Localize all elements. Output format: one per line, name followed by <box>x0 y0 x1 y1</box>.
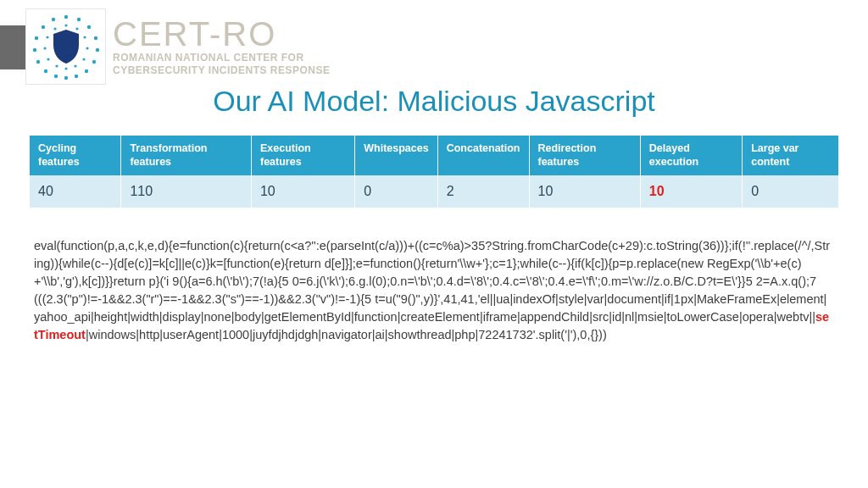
svg-point-2 <box>86 25 90 29</box>
svg-point-9 <box>53 75 57 78</box>
svg-point-13 <box>34 36 37 40</box>
svg-point-3 <box>93 36 97 40</box>
td-delayed: 10 <box>640 175 742 208</box>
svg-point-22 <box>64 67 67 69</box>
svg-point-6 <box>84 69 87 73</box>
svg-point-10 <box>43 69 47 73</box>
shield-icon <box>50 28 82 65</box>
th-large-var: Large var content <box>743 136 839 175</box>
svg-point-7 <box>74 75 77 78</box>
svg-point-15 <box>51 18 54 21</box>
svg-point-16 <box>64 24 67 26</box>
logo-text: CERT-RO ROMANIAN NATIONAL CENTER FOR CYB… <box>113 16 331 77</box>
svg-point-11 <box>36 60 39 64</box>
logo-sub-line1: ROMANIAN NATIONAL CENTER FOR <box>113 52 331 64</box>
side-accent-bar <box>0 25 25 69</box>
svg-point-8 <box>64 76 67 80</box>
th-redirection: Redirection features <box>529 136 640 175</box>
page-title: Our AI Model: Malicious Javascript <box>0 85 868 118</box>
code-post: |windows|http|userAgent|1000|juyfdjhdjdg… <box>86 328 607 341</box>
th-delayed: Delayed execution <box>640 136 742 175</box>
svg-point-19 <box>86 47 88 49</box>
td-transformation: 110 <box>121 175 252 208</box>
svg-point-25 <box>43 47 46 49</box>
table-value-row: 40 110 10 0 2 10 10 0 <box>30 175 839 208</box>
th-concatenation: Concatenation <box>437 136 529 175</box>
td-large-var: 0 <box>743 175 839 208</box>
code-pre: eval(function(p,a,c,k,e,d){e=function(c)… <box>34 239 830 324</box>
table-header-row: Cycling features Transformation features… <box>30 136 839 175</box>
svg-point-18 <box>83 36 86 38</box>
td-execution: 10 <box>251 175 354 208</box>
svg-point-0 <box>64 15 67 19</box>
logo-block: CERT-RO ROMANIAN NATIONAL CENTER FOR CYB… <box>25 8 331 85</box>
code-sample: eval(function(p,a,c,k,e,d){e=function(c)… <box>34 237 831 344</box>
svg-point-4 <box>95 48 98 52</box>
th-cycling: Cycling features <box>30 136 121 175</box>
svg-point-1 <box>76 18 80 21</box>
svg-point-20 <box>82 58 85 60</box>
td-whitespaces: 0 <box>355 175 437 208</box>
td-redirection: 10 <box>529 175 640 208</box>
logo-title: CERT-RO <box>113 16 331 52</box>
th-whitespaces: Whitespaces <box>355 136 437 175</box>
svg-point-26 <box>46 36 48 38</box>
td-cycling: 40 <box>30 175 121 208</box>
td-concatenation: 2 <box>437 175 529 208</box>
cert-ro-logo-icon <box>25 8 106 85</box>
feature-table: Cycling features Transformation features… <box>30 136 839 208</box>
logo-sub-line2: CYBERSECURITY INCIDENTS RESPONSE <box>113 64 331 77</box>
svg-point-12 <box>32 48 36 52</box>
svg-point-5 <box>92 60 95 64</box>
th-execution: Execution features <box>251 136 354 175</box>
th-transformation: Transformation features <box>121 136 252 175</box>
svg-point-14 <box>41 25 44 29</box>
